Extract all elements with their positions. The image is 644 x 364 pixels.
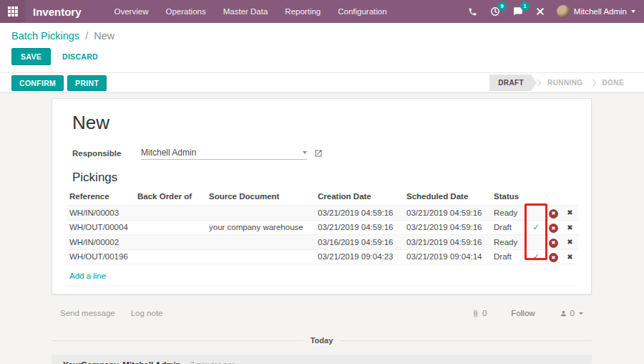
chatter: Send message Log note 0 Follow 0 Today Y… [52, 303, 592, 364]
cell-back-order-of [135, 220, 206, 235]
menu-operations[interactable]: Operations [157, 0, 214, 23]
chatter-message: YourCompany, Mitchell Admin - 7 minutes … [52, 355, 592, 364]
cell-reference: WH/OUT/00004 [67, 220, 135, 235]
pickings-table: Reference Back Order of Source Document … [67, 189, 577, 287]
follow-button[interactable]: Follow [511, 309, 535, 317]
cancel-circle-icon[interactable]: ✖ [549, 253, 558, 262]
chatter-toolbar: Send message Log note 0 Follow 0 [52, 303, 592, 323]
cancel-circle-icon[interactable]: ✖ [549, 224, 558, 233]
cancel-circle-icon[interactable]: ✖ [549, 209, 558, 219]
status-step-done[interactable]: DONE [594, 79, 633, 87]
menu-master-data[interactable]: Master Data [215, 0, 277, 23]
discard-button[interactable]: DISCARD [62, 52, 98, 61]
cell-status: Draft [491, 220, 527, 235]
cell-reference: WH/IN/00002 [67, 235, 135, 250]
paperclip-icon [472, 310, 479, 317]
user-menu[interactable]: Mitchell Admin [551, 0, 644, 23]
menu-overview[interactable]: Overview [106, 0, 157, 23]
user-name: Mitchell Admin [574, 7, 627, 16]
cell-reference: WH/IN/00003 [67, 206, 135, 221]
delete-x-icon[interactable]: ✖ [567, 238, 572, 246]
save-button[interactable]: SAVE [11, 48, 51, 65]
confirm-button[interactable]: CONFIRM [11, 75, 64, 91]
breadcrumb-current: New [94, 30, 114, 42]
menu-configuration[interactable]: Configuration [329, 0, 395, 23]
cell-scheduled-date: 03/21/2019 04:59:16 [404, 235, 491, 250]
phone-button[interactable] [462, 0, 484, 23]
dropdown-caret-icon [579, 312, 583, 315]
apps-menu-button[interactable] [0, 0, 26, 23]
attachment-count: 0 [482, 309, 487, 317]
delete-x-icon[interactable]: ✖ [567, 209, 572, 216]
open-record-button[interactable] [314, 149, 323, 158]
cell-creation-date: 03/16/2019 04:59:16 [315, 235, 404, 250]
phone-icon [468, 7, 477, 16]
table-header-row: Reference Back Order of Source Document … [67, 189, 578, 206]
status-step-running[interactable]: RUNNING [539, 79, 591, 87]
check-icon[interactable] [527, 206, 545, 221]
delete-x-icon[interactable]: ✖ [567, 253, 572, 261]
picking-row[interactable]: WH/IN/00003 03/21/2019 04:59:16 03/21/20… [67, 206, 578, 221]
add-line-row: Add a line [67, 264, 577, 287]
col-creation-date: Creation Date [315, 189, 404, 206]
responsible-input[interactable]: Mitchell Admin [141, 148, 307, 160]
date-divider-label: Today [303, 336, 341, 345]
menu-reporting[interactable]: Reporting [276, 0, 329, 23]
followers-icon [560, 310, 567, 317]
messages-button[interactable]: 1 [507, 0, 530, 23]
main-menu: Overview Operations Master Data Reportin… [106, 0, 396, 23]
followers-dropdown[interactable]: 0 [560, 309, 583, 317]
picking-row[interactable]: WH/IN/00002 03/16/2019 04:59:16 03/21/20… [67, 235, 578, 250]
delete-x-icon[interactable]: ✖ [567, 224, 572, 231]
responsible-value: Mitchell Admin [141, 148, 196, 158]
app-title[interactable]: Inventory [33, 6, 82, 18]
col-back-order-of: Back Order of [135, 189, 206, 206]
tools-button[interactable] [530, 0, 551, 23]
picking-row[interactable]: WH/OUT/00196 03/21/2019 09:04:23 03/21/2… [67, 249, 578, 264]
cell-reference: WH/OUT/00196 [67, 249, 135, 264]
attachments-button[interactable]: 0 [472, 309, 487, 317]
dropdown-caret-icon[interactable] [303, 151, 307, 154]
log-note-button[interactable]: Log note [131, 309, 163, 317]
breadcrumb: Batch Pickings / New [0, 23, 644, 42]
check-icon[interactable]: ✓ [527, 220, 545, 235]
cell-status: Ready [491, 206, 527, 221]
status-step-draft[interactable]: DRAFT [489, 75, 537, 91]
col-reference: Reference [67, 189, 135, 206]
cell-source-document [206, 235, 315, 250]
check-icon[interactable]: ✓ [527, 249, 545, 264]
user-avatar [557, 5, 570, 18]
cell-scheduled-date: 03/21/2019 09:04:14 [404, 249, 491, 264]
cell-source-document [206, 206, 315, 221]
pickings-section-title: Pickings [72, 171, 577, 185]
edit-actions-bar: SAVE DISCARD [0, 42, 644, 72]
content-area: New Responsible Mitchell Admin Pickings [0, 93, 644, 364]
cell-source-document [206, 249, 315, 264]
pickings-rows: WH/IN/00003 03/21/2019 04:59:16 03/21/20… [67, 206, 578, 264]
message-count-badge: 1 [520, 1, 530, 11]
form-sheet: New Responsible Mitchell Admin Pickings [52, 98, 592, 294]
statusbar: DRAFT RUNNING DONE [489, 75, 633, 91]
date-divider: Today [52, 336, 592, 345]
cell-back-order-of [135, 206, 206, 221]
cell-creation-date: 03/21/2019 09:04:23 [315, 249, 404, 264]
top-navbar: Inventory Overview Operations Master Dat… [0, 0, 644, 23]
send-message-button[interactable]: Send message [60, 309, 115, 317]
record-title: New [72, 112, 577, 133]
check-icon[interactable] [527, 235, 545, 250]
apps-grid-icon [8, 6, 18, 16]
col-source-document: Source Document [206, 189, 315, 206]
message-author: YourCompany, Mitchell Admin [63, 360, 181, 364]
add-a-line-link[interactable]: Add a line [69, 272, 106, 280]
activities-button[interactable]: 9 [484, 0, 507, 23]
cell-scheduled-date: 03/21/2019 04:59:16 [404, 220, 491, 235]
cell-scheduled-date: 03/21/2019 04:59:16 [404, 206, 491, 221]
print-button[interactable]: PRINT [67, 75, 107, 91]
cell-source-document: your company warehouse [206, 220, 315, 235]
picking-row[interactable]: WH/OUT/00004 your company warehouse 03/2… [67, 220, 578, 235]
message-timestamp: - 7 minutes ago [186, 361, 235, 364]
breadcrumb-parent[interactable]: Batch Pickings [11, 30, 79, 42]
tools-icon [536, 7, 545, 16]
cancel-circle-icon[interactable]: ✖ [549, 239, 558, 248]
activity-count-badge: 9 [497, 1, 507, 11]
